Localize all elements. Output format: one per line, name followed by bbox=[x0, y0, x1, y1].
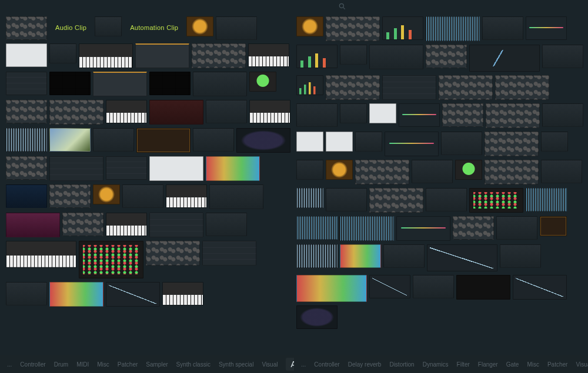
plugin-thumbnail[interactable] bbox=[206, 156, 260, 181]
plugin-thumbnail[interactable] bbox=[166, 184, 207, 208]
plugin-thumbnail[interactable] bbox=[482, 16, 523, 40]
plugin-thumbnail[interactable] bbox=[236, 128, 290, 153]
plugin-thumbnail[interactable] bbox=[6, 213, 60, 237]
plugin-thumbnail[interactable] bbox=[296, 16, 323, 36]
plugin-thumbnail[interactable] bbox=[106, 213, 147, 236]
search-input[interactable] bbox=[242, 3, 336, 10]
category-tab[interactable]: Delay reverb bbox=[348, 361, 382, 368]
category-tab[interactable]: Patcher bbox=[118, 361, 138, 368]
plugin-thumbnail[interactable] bbox=[6, 100, 47, 123]
plugin-thumbnail[interactable] bbox=[149, 100, 203, 125]
plugin-thumbnail[interactable] bbox=[6, 282, 47, 305]
category-tab[interactable]: Dynamics bbox=[423, 361, 449, 368]
plugin-thumbnail[interactable] bbox=[383, 244, 425, 268]
category-tab[interactable]: Patcher bbox=[547, 361, 567, 368]
plugin-thumbnail[interactable] bbox=[296, 188, 323, 208]
category-tab[interactable]: Gate bbox=[506, 361, 519, 368]
plugin-thumbnail[interactable] bbox=[355, 160, 409, 184]
plugin-thumbnail[interactable] bbox=[296, 45, 338, 68]
plugin-thumbnail[interactable] bbox=[93, 184, 120, 204]
plugin-thumbnail[interactable] bbox=[6, 72, 47, 95]
plugin-thumbnail[interactable] bbox=[385, 132, 439, 156]
plugin-thumbnail[interactable] bbox=[496, 216, 537, 240]
plugin-thumbnail[interactable] bbox=[296, 132, 323, 152]
plugin-thumbnail[interactable] bbox=[49, 72, 91, 95]
plugin-thumbnail[interactable] bbox=[122, 184, 163, 208]
plugin-thumbnail[interactable] bbox=[500, 244, 541, 268]
plugin-thumbnail[interactable] bbox=[453, 216, 494, 240]
plugin-thumbnail[interactable] bbox=[326, 160, 353, 180]
plugin-thumbnail[interactable] bbox=[79, 43, 133, 68]
plugin-thumbnail[interactable] bbox=[79, 241, 143, 278]
plugin-thumbnail[interactable] bbox=[326, 16, 380, 41]
plugin-thumbnail[interactable] bbox=[456, 275, 510, 300]
plugin-thumbnail[interactable] bbox=[526, 188, 567, 211]
plugin-thumbnail[interactable] bbox=[542, 45, 583, 68]
plugin-thumbnail[interactable] bbox=[542, 103, 583, 127]
category-tab[interactable]: Misc bbox=[527, 361, 539, 368]
plugin-thumbnail[interactable] bbox=[106, 100, 147, 123]
plugin-thumbnail[interactable] bbox=[202, 241, 256, 266]
plugin-thumbnail[interactable] bbox=[193, 128, 234, 152]
plugin-thumbnail[interactable] bbox=[186, 16, 213, 36]
category-tab[interactable]: Controller bbox=[314, 361, 339, 368]
plugin-thumbnail[interactable] bbox=[206, 100, 247, 123]
plugin-thumbnail[interactable] bbox=[541, 160, 582, 183]
plugin-thumbnail[interactable] bbox=[442, 103, 483, 127]
category-tab[interactable]: Sampler bbox=[146, 361, 168, 368]
plugin-thumbnail[interactable] bbox=[62, 213, 103, 236]
plugin-thumbnail[interactable] bbox=[296, 244, 338, 268]
plugin-thumbnail[interactable] bbox=[486, 103, 540, 128]
clip-type-tile[interactable]: Audio Clip bbox=[49, 16, 92, 39]
plugin-thumbnail[interactable] bbox=[93, 72, 147, 96]
plugin-thumbnail[interactable] bbox=[296, 103, 338, 127]
plugin-thumbnail[interactable] bbox=[209, 184, 263, 209]
plugin-thumbnail[interactable] bbox=[369, 45, 423, 69]
plugin-thumbnail[interactable] bbox=[95, 16, 122, 36]
plugin-thumbnail[interactable] bbox=[369, 275, 410, 298]
plugin-thumbnail[interactable] bbox=[216, 16, 257, 40]
plugin-thumbnail[interactable] bbox=[355, 132, 382, 152]
plugin-thumbnail[interactable] bbox=[296, 160, 323, 180]
category-tab[interactable]: Filter bbox=[457, 361, 470, 368]
plugin-thumbnail[interactable] bbox=[340, 216, 394, 241]
plugin-thumbnail[interactable] bbox=[93, 128, 134, 152]
plugin-thumbnail[interactable] bbox=[296, 305, 338, 329]
plugin-thumbnail[interactable] bbox=[426, 16, 480, 41]
plugin-thumbnail[interactable] bbox=[340, 244, 381, 268]
plugin-thumbnail[interactable] bbox=[396, 216, 450, 241]
plugin-thumbnail[interactable] bbox=[340, 45, 367, 65]
plugin-thumbnail[interactable] bbox=[441, 132, 482, 155]
plugin-thumbnail[interactable] bbox=[49, 184, 91, 208]
plugin-thumbnail[interactable] bbox=[249, 72, 276, 92]
plugin-thumbnail[interactable] bbox=[106, 156, 147, 180]
plugin-thumbnail[interactable] bbox=[340, 103, 367, 123]
plugin-thumbnail[interactable] bbox=[382, 75, 436, 100]
category-tab[interactable]: Visual bbox=[576, 361, 588, 368]
plugin-thumbnail[interactable] bbox=[540, 216, 567, 236]
plugin-thumbnail[interactable] bbox=[6, 184, 47, 208]
plugin-thumbnail[interactable] bbox=[296, 275, 367, 302]
plugin-thumbnail[interactable] bbox=[6, 43, 47, 67]
category-tab[interactable]: ... bbox=[7, 361, 12, 368]
plugin-thumbnail[interactable] bbox=[485, 132, 539, 156]
plugin-thumbnail[interactable] bbox=[49, 128, 91, 152]
plugin-thumbnail[interactable] bbox=[149, 156, 203, 181]
plugin-thumbnail[interactable] bbox=[326, 75, 380, 100]
category-tab[interactable]: Flanger bbox=[478, 361, 498, 368]
plugin-thumbnail[interactable] bbox=[49, 282, 103, 307]
plugin-thumbnail[interactable] bbox=[149, 72, 191, 95]
plugin-thumbnail[interactable] bbox=[369, 103, 396, 123]
plugin-thumbnail[interactable] bbox=[426, 188, 467, 211]
plugin-thumbnail[interactable] bbox=[6, 241, 76, 268]
plugin-thumbnail[interactable] bbox=[413, 275, 454, 298]
plugin-thumbnail[interactable] bbox=[106, 282, 160, 307]
plugin-thumbnail[interactable] bbox=[326, 132, 353, 152]
plugin-thumbnail[interactable] bbox=[135, 43, 189, 68]
category-tab[interactable]: Synth classic bbox=[176, 361, 211, 368]
plugin-thumbnail[interactable] bbox=[469, 188, 523, 213]
category-tab[interactable]: Misc bbox=[97, 361, 109, 368]
plugin-thumbnail[interactable] bbox=[439, 75, 493, 100]
plugin-thumbnail[interactable] bbox=[513, 275, 567, 300]
plugin-thumbnail[interactable] bbox=[6, 16, 47, 40]
